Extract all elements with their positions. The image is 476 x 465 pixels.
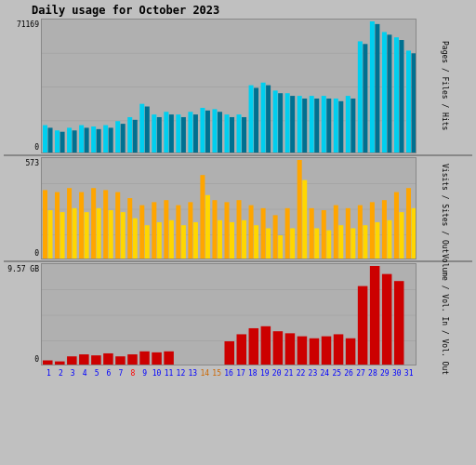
x-label-11[interactable]: 11 (163, 367, 175, 378)
x-label-7[interactable]: 7 (114, 367, 126, 378)
svg-rect-18 (133, 120, 138, 153)
svg-rect-85 (145, 225, 150, 259)
svg-rect-82 (127, 198, 132, 259)
svg-rect-47 (310, 96, 314, 153)
svg-rect-14 (109, 127, 113, 153)
svg-rect-69 (48, 210, 53, 259)
volume-chart-section: 9.57 GB 0 Volume / Vol. In / Vol. Out (4, 263, 472, 365)
svg-rect-153 (285, 333, 296, 365)
svg-rect-33 (224, 114, 229, 153)
svg-rect-27 (188, 112, 192, 153)
svg-rect-140 (127, 354, 138, 365)
svg-rect-3 (43, 126, 47, 153)
svg-rect-113 (314, 228, 319, 259)
svg-rect-125 (387, 220, 391, 259)
x-label-22[interactable]: 22 (295, 367, 307, 378)
svg-rect-44 (290, 96, 295, 153)
volume-svg (42, 264, 416, 365)
x-label-15[interactable]: 15 (211, 367, 223, 378)
svg-rect-73 (73, 208, 77, 259)
x-label-27[interactable]: 27 (355, 367, 367, 378)
x-label-28[interactable]: 28 (366, 367, 378, 378)
x-label-25[interactable]: 25 (331, 367, 343, 378)
svg-rect-26 (181, 117, 186, 153)
svg-rect-149 (237, 334, 247, 365)
svg-rect-92 (188, 202, 192, 259)
volume-axis-label: Volume / Vol. In / Vol. Out (441, 254, 449, 375)
svg-rect-133 (43, 361, 53, 365)
x-label-3[interactable]: 3 (67, 367, 79, 378)
svg-rect-107 (278, 235, 283, 259)
svg-rect-70 (55, 193, 60, 259)
hits-y-zero: 0 (34, 143, 39, 152)
svg-rect-142 (152, 352, 162, 365)
svg-rect-158 (346, 339, 356, 365)
x-label-20[interactable]: 20 (271, 367, 283, 378)
x-label-16[interactable]: 16 (223, 367, 235, 378)
svg-rect-39 (261, 83, 266, 153)
svg-rect-12 (97, 129, 101, 153)
svg-rect-56 (363, 44, 367, 153)
x-label-13[interactable]: 13 (187, 367, 199, 378)
x-label-10[interactable]: 10 (151, 367, 163, 378)
svg-rect-8 (73, 130, 77, 153)
svg-rect-120 (358, 206, 363, 259)
svg-rect-88 (164, 200, 168, 259)
svg-rect-35 (237, 114, 242, 153)
x-label-24[interactable]: 24 (319, 367, 331, 378)
svg-rect-32 (218, 112, 222, 153)
x-label-1[interactable]: 1 (43, 367, 55, 378)
x-label-17[interactable]: 17 (235, 367, 247, 378)
svg-rect-75 (85, 212, 89, 259)
x-label-30[interactable]: 30 (390, 367, 403, 378)
svg-rect-99 (230, 222, 234, 259)
hits-y-axis: 71169 0 (4, 19, 41, 153)
svg-rect-155 (310, 339, 320, 365)
x-label-26[interactable]: 26 (343, 367, 355, 378)
x-label-2[interactable]: 2 (55, 367, 67, 378)
svg-rect-25 (176, 114, 180, 153)
svg-rect-59 (382, 32, 387, 153)
x-label-5[interactable]: 5 (91, 367, 103, 378)
svg-rect-24 (169, 114, 174, 153)
svg-rect-154 (298, 337, 308, 365)
svg-rect-122 (370, 202, 375, 259)
svg-rect-100 (237, 200, 242, 259)
main-container: Daily usage for October 2023 71169 0 Pag… (0, 0, 476, 465)
x-label-6[interactable]: 6 (103, 367, 115, 378)
svg-rect-16 (121, 124, 126, 153)
svg-rect-111 (302, 180, 307, 259)
hits-right-label: Pages / Files / Hits (416, 19, 472, 153)
svg-rect-13 (103, 126, 108, 153)
svg-rect-126 (394, 193, 399, 259)
x-label-29[interactable]: 29 (378, 367, 390, 378)
x-label-12[interactable]: 12 (175, 367, 187, 378)
svg-rect-23 (164, 112, 168, 153)
svg-rect-108 (285, 208, 290, 259)
x-label-19[interactable]: 19 (258, 367, 271, 378)
svg-rect-134 (55, 362, 65, 365)
x-label-18[interactable]: 18 (246, 367, 258, 378)
svg-rect-19 (139, 104, 144, 153)
svg-rect-105 (266, 228, 271, 259)
x-label-23[interactable]: 23 (307, 367, 319, 378)
volume-y-max: 9.57 GB (7, 265, 39, 273)
svg-rect-159 (358, 286, 368, 365)
volume-chart-area (41, 263, 416, 365)
svg-rect-124 (382, 200, 387, 259)
svg-rect-118 (346, 208, 350, 259)
svg-rect-71 (60, 212, 65, 259)
svg-rect-128 (406, 188, 411, 259)
svg-rect-17 (127, 117, 132, 153)
x-label-4[interactable]: 4 (79, 367, 91, 378)
x-label-14[interactable]: 14 (199, 367, 211, 378)
visits-chart-area (41, 157, 416, 259)
svg-rect-79 (109, 210, 113, 259)
svg-rect-138 (103, 353, 113, 365)
x-label-9[interactable]: 9 (139, 367, 151, 378)
x-label-8[interactable]: 8 (126, 367, 139, 378)
x-label-31[interactable]: 31 (403, 367, 415, 378)
x-label-21[interactable]: 21 (283, 367, 295, 378)
svg-rect-36 (242, 117, 246, 153)
visits-y-zero: 0 (34, 249, 39, 258)
